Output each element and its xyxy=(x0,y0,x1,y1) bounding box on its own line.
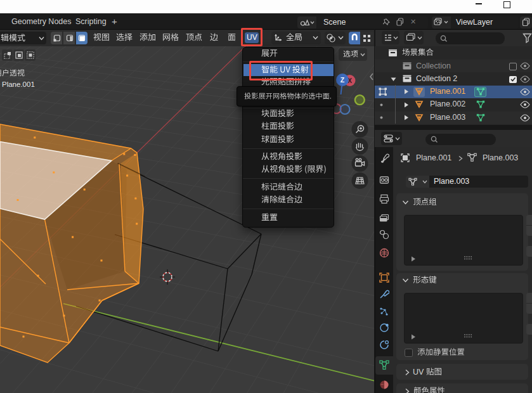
svg-text:Z: Z xyxy=(341,76,345,84)
